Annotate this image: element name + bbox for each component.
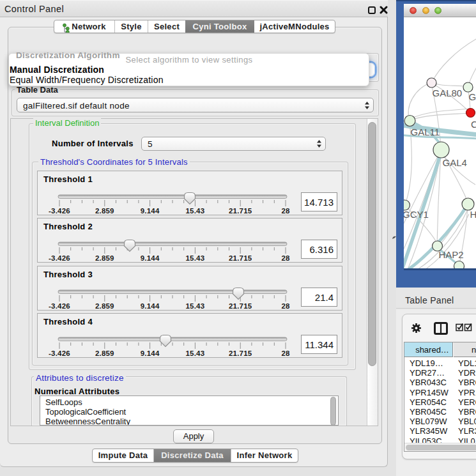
svg-text:9.144: 9.144: [141, 254, 160, 262]
svg-text:CRP1: CRP1: [471, 119, 476, 130]
svg-text:2.859: 2.859: [95, 302, 114, 310]
svg-text:-3.426: -3.426: [49, 302, 70, 310]
svg-text:-3.426: -3.426: [49, 207, 70, 215]
svg-text:GAL4: GAL4: [469, 91, 476, 102]
svg-text:GAL11: GAL11: [411, 127, 440, 137]
svg-text:21.715: 21.715: [229, 349, 252, 357]
svg-text:9.144: 9.144: [141, 302, 160, 310]
svg-text:21.715: 21.715: [229, 207, 252, 215]
svg-text:21.715: 21.715: [229, 302, 252, 310]
svg-text:2.859: 2.859: [95, 207, 114, 215]
svg-text:GCY1: GCY1: [404, 209, 429, 220]
svg-text:HAP4: HAP4: [470, 209, 476, 220]
svg-text:15.43: 15.43: [186, 349, 205, 357]
svg-text:15.43: 15.43: [186, 207, 205, 215]
svg-text:15.43: 15.43: [186, 302, 205, 310]
svg-text:28: 28: [281, 302, 290, 310]
svg-text:28: 28: [281, 254, 290, 262]
svg-text:2.859: 2.859: [95, 349, 114, 357]
svg-text:HAP2: HAP2: [439, 249, 464, 260]
svg-text:-3.426: -3.426: [49, 349, 70, 357]
svg-text:GAL80: GAL80: [433, 88, 463, 98]
svg-text:9.144: 9.144: [141, 207, 160, 215]
svg-text:28: 28: [281, 207, 290, 215]
svg-text:28: 28: [281, 349, 290, 357]
svg-text:-3.426: -3.426: [49, 254, 70, 262]
svg-text:2.859: 2.859: [95, 254, 114, 262]
svg-text:15.43: 15.43: [186, 254, 205, 262]
svg-text:GAL4: GAL4: [443, 157, 467, 168]
svg-text:9.144: 9.144: [141, 349, 160, 357]
svg-text:21.715: 21.715: [229, 254, 252, 262]
